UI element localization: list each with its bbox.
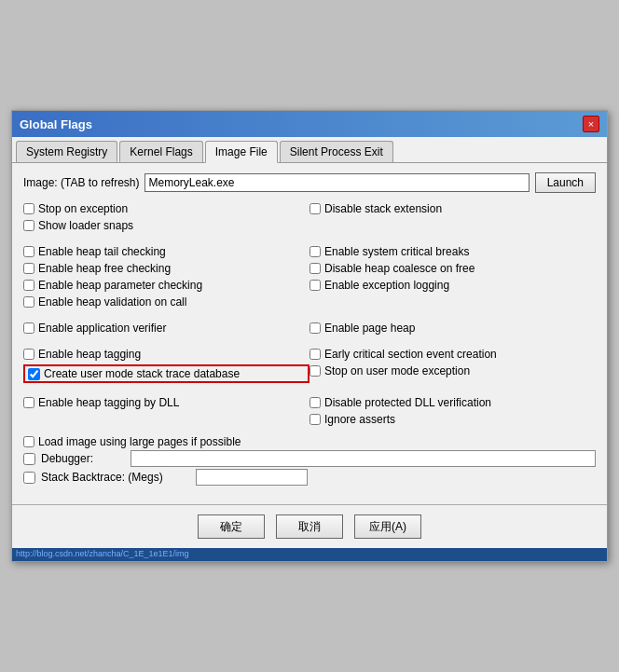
apply-button[interactable]: 应用(A) <box>354 514 421 539</box>
stack-backtrace-row: Stack Backtrace: (Megs) <box>23 469 596 486</box>
right-top-col: Disable stack extension <box>310 200 596 234</box>
stop-user-mode-checkbox[interactable] <box>310 365 321 377</box>
stack-backtrace-checkbox[interactable] <box>23 472 35 484</box>
app-verifier-label[interactable]: Enable application verifier <box>38 322 166 335</box>
tagging-section: Enable heap tagging Create user mode sta… <box>23 346 596 385</box>
heap-free-label[interactable]: Enable heap free checking <box>38 262 171 275</box>
heap-validation-row: Enable heap validation on call <box>23 295 310 309</box>
debugger-row: Debugger: <box>23 450 596 467</box>
top-options: Stop on exception Show loader snaps Disa… <box>23 200 596 234</box>
tab-image-file[interactable]: Image File <box>205 141 278 163</box>
load-large-pages-label[interactable]: Load image using large pages if possible <box>38 435 241 448</box>
right-critical-col: Early critical section event creation St… <box>310 346 596 385</box>
heap-tagging-dll-checkbox[interactable] <box>23 397 34 408</box>
right-page-col: Enable page heap <box>310 320 596 336</box>
heap-tagging-label[interactable]: Enable heap tagging <box>38 348 141 361</box>
heap-validation-label[interactable]: Enable heap validation on call <box>38 295 186 309</box>
left-top-col: Stop on exception Show loader snaps <box>23 200 310 234</box>
heap-tail-checkbox[interactable] <box>23 246 34 257</box>
disable-coalesce-checkbox[interactable] <box>310 263 321 274</box>
left-bottom-col: Enable heap tagging by DLL <box>23 394 310 428</box>
stop-on-exception-checkbox[interactable] <box>23 203 34 214</box>
early-critical-label[interactable]: Early critical section event creation <box>324 348 497 361</box>
image-label: Image: (TAB to refresh) <box>23 176 139 189</box>
heap-tagging-checkbox[interactable] <box>23 349 34 360</box>
show-loader-snaps-row: Show loader snaps <box>23 219 310 232</box>
stack-backtrace-label[interactable]: Stack Backtrace: (Megs) <box>41 471 190 484</box>
disable-coalesce-label[interactable]: Disable heap coalesce on free <box>324 262 475 275</box>
launch-button[interactable]: Launch <box>535 172 596 193</box>
app-page-options: Enable application verifier Enable page … <box>23 320 596 336</box>
debugger-label[interactable]: Debugger: <box>41 452 125 465</box>
right-bottom-col: Disable protected DLL verification Ignor… <box>310 394 596 428</box>
heap-tail-row: Enable heap tail checking <box>23 245 310 258</box>
exception-logging-checkbox[interactable] <box>310 280 321 291</box>
disable-coalesce-row: Disable heap coalesce on free <box>310 262 596 275</box>
cancel-button[interactable]: 取消 <box>276 514 343 539</box>
left-tagging-col: Enable heap tagging Create user mode sta… <box>23 346 310 385</box>
heap-tagging-row: Enable heap tagging <box>23 348 310 361</box>
page-heap-row: Enable page heap <box>310 322 596 335</box>
app-verifier-row: Enable application verifier <box>23 322 310 335</box>
content-area: Image: (TAB to refresh) Launch Stop on e… <box>12 163 607 497</box>
left-app-col: Enable application verifier <box>23 320 310 336</box>
stop-user-mode-label[interactable]: Stop on user mode exception <box>324 364 470 377</box>
right-heap-col: Enable system critical breaks Disable he… <box>310 243 596 310</box>
heap-param-label[interactable]: Enable heap parameter checking <box>38 279 202 292</box>
disable-stack-extension-checkbox[interactable] <box>310 203 321 214</box>
debugger-checkbox[interactable] <box>23 453 35 465</box>
tab-system-registry[interactable]: System Registry <box>16 141 117 162</box>
bottom-options-grid: Enable heap tagging by DLL Disable prote… <box>23 394 596 428</box>
footer: 确定 取消 应用(A) <box>12 504 607 548</box>
image-row: Image: (TAB to refresh) Launch <box>23 172 596 193</box>
show-loader-snaps-checkbox[interactable] <box>23 220 34 231</box>
page-heap-checkbox[interactable] <box>310 322 321 334</box>
exception-logging-row: Enable exception logging <box>310 279 596 292</box>
system-critical-row: Enable system critical breaks <box>310 245 596 258</box>
bottom-section: Load image using large pages if possible… <box>23 435 596 486</box>
global-flags-dialog: Global Flags × System Registry Kernel Fl… <box>11 110 608 562</box>
system-critical-label[interactable]: Enable system critical breaks <box>324 245 469 258</box>
tab-kernel-flags[interactable]: Kernel Flags <box>119 141 202 162</box>
load-large-pages-row: Load image using large pages if possible <box>23 435 596 448</box>
ignore-asserts-checkbox[interactable] <box>310 414 321 425</box>
show-loader-snaps-label[interactable]: Show loader snaps <box>38 219 133 232</box>
debugger-input[interactable] <box>131 450 596 467</box>
load-large-pages-checkbox[interactable] <box>23 436 34 447</box>
heap-validation-checkbox[interactable] <box>23 296 34 308</box>
create-stack-trace-checkbox[interactable] <box>28 368 40 380</box>
create-stack-trace-label[interactable]: Create user mode stack trace database <box>44 367 240 380</box>
disable-stack-extension-row: Disable stack extension <box>310 202 596 215</box>
heap-tagging-dll-label[interactable]: Enable heap tagging by DLL <box>38 396 179 409</box>
tab-silent-process-exit[interactable]: Silent Process Exit <box>280 141 393 162</box>
heap-free-row: Enable heap free checking <box>23 262 310 275</box>
left-heap-col: Enable heap tail checking Enable heap fr… <box>23 243 310 310</box>
heap-tagging-dll-row: Enable heap tagging by DLL <box>23 396 310 409</box>
heap-tail-label[interactable]: Enable heap tail checking <box>38 245 166 258</box>
disable-protected-dll-label[interactable]: Disable protected DLL verification <box>324 396 491 409</box>
create-stack-trace-row: Create user mode stack trace database <box>23 364 310 383</box>
close-button[interactable]: × <box>583 116 599 132</box>
page-heap-label[interactable]: Enable page heap <box>324 322 415 335</box>
early-critical-row: Early critical section event creation <box>310 348 596 361</box>
heap-param-row: Enable heap parameter checking <box>23 279 310 292</box>
app-verifier-checkbox[interactable] <box>23 322 34 334</box>
stop-user-mode-row: Stop on user mode exception <box>310 364 596 377</box>
url-bar: http://blog.csdn.net/zhancha/C_1E_1e1E1/… <box>12 548 607 561</box>
image-input[interactable] <box>144 173 529 192</box>
ok-button[interactable]: 确定 <box>198 514 265 539</box>
ignore-asserts-label[interactable]: Ignore asserts <box>324 413 395 426</box>
stop-on-exception-row: Stop on exception <box>23 202 310 215</box>
exception-logging-label[interactable]: Enable exception logging <box>324 279 449 292</box>
heap-param-checkbox[interactable] <box>23 280 34 291</box>
early-critical-checkbox[interactable] <box>310 349 321 360</box>
dialog-title: Global Flags <box>20 117 92 131</box>
stack-backtrace-input[interactable] <box>196 469 308 486</box>
ignore-asserts-row: Ignore asserts <box>310 413 596 426</box>
heap-options: Enable heap tail checking Enable heap fr… <box>23 243 596 310</box>
stop-on-exception-label[interactable]: Stop on exception <box>38 202 128 215</box>
heap-free-checkbox[interactable] <box>23 263 34 274</box>
disable-protected-dll-checkbox[interactable] <box>310 397 321 408</box>
disable-stack-extension-label[interactable]: Disable stack extension <box>324 202 442 215</box>
system-critical-checkbox[interactable] <box>310 246 321 257</box>
